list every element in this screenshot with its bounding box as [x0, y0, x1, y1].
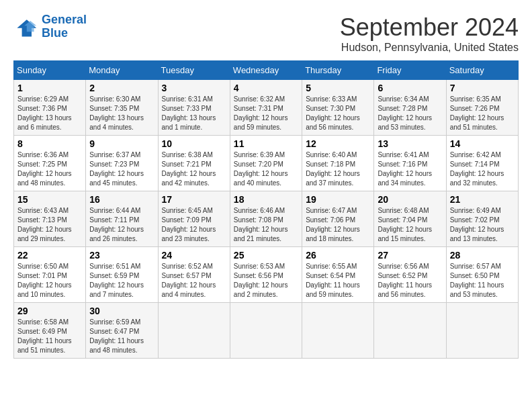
day-info: Sunrise: 6:32 AM Sunset: 7:31 PM Dayligh… — [234, 95, 298, 132]
day-number: 24 — [162, 250, 226, 261]
day-number: 25 — [234, 250, 298, 261]
day-cell: 15Sunrise: 6:43 AM Sunset: 7:13 PM Dayli… — [14, 191, 86, 247]
header-friday: Friday — [374, 61, 446, 80]
day-number: 26 — [306, 250, 370, 261]
day-info: Sunrise: 6:37 AM Sunset: 7:23 PM Dayligh… — [89, 150, 154, 188]
day-info: Sunrise: 6:58 AM Sunset: 6:49 PM Dayligh… — [17, 318, 82, 355]
day-cell: 6Sunrise: 6:34 AM Sunset: 7:28 PM Daylig… — [374, 80, 446, 136]
day-info: Sunrise: 6:30 AM Sunset: 7:35 PM Dayligh… — [89, 95, 154, 132]
day-cell: 12Sunrise: 6:40 AM Sunset: 7:18 PM Dayli… — [302, 136, 374, 191]
day-info: Sunrise: 6:31 AM Sunset: 7:33 PM Dayligh… — [162, 95, 226, 132]
day-info: Sunrise: 6:42 AM Sunset: 7:14 PM Dayligh… — [450, 150, 515, 188]
day-cell — [158, 303, 230, 359]
day-number: 11 — [234, 138, 298, 149]
day-cell: 22Sunrise: 6:50 AM Sunset: 7:01 PM Dayli… — [14, 247, 86, 303]
day-number: 6 — [378, 83, 442, 93]
day-number: 12 — [306, 138, 370, 149]
day-cell: 18Sunrise: 6:46 AM Sunset: 7:08 PM Dayli… — [230, 191, 302, 247]
day-number: 10 — [162, 138, 226, 149]
day-cell: 8Sunrise: 6:36 AM Sunset: 7:25 PM Daylig… — [14, 136, 86, 191]
day-number: 28 — [450, 250, 515, 261]
day-cell: 30Sunrise: 6:59 AM Sunset: 6:47 PM Dayli… — [86, 303, 158, 359]
day-number: 22 — [17, 250, 82, 261]
day-number: 13 — [378, 138, 442, 149]
day-number: 3 — [162, 83, 226, 93]
day-info: Sunrise: 6:43 AM Sunset: 7:13 PM Dayligh… — [17, 206, 82, 244]
day-number: 16 — [89, 194, 154, 205]
day-cell: 2Sunrise: 6:30 AM Sunset: 7:35 PM Daylig… — [86, 80, 158, 136]
week-row-2: 8Sunrise: 6:36 AM Sunset: 7:25 PM Daylig… — [14, 136, 519, 191]
logo-icon — [13, 15, 38, 39]
day-cell: 26Sunrise: 6:55 AM Sunset: 6:54 PM Dayli… — [302, 247, 374, 303]
header-monday: Monday — [86, 61, 158, 80]
day-number: 21 — [450, 194, 515, 205]
day-cell: 24Sunrise: 6:52 AM Sunset: 6:57 PM Dayli… — [158, 247, 230, 303]
day-info: Sunrise: 6:29 AM Sunset: 7:36 PM Dayligh… — [17, 95, 82, 132]
day-cell: 13Sunrise: 6:41 AM Sunset: 7:16 PM Dayli… — [374, 136, 446, 191]
day-number: 19 — [306, 194, 370, 205]
day-cell: 25Sunrise: 6:53 AM Sunset: 6:56 PM Dayli… — [230, 247, 302, 303]
day-cell: 20Sunrise: 6:48 AM Sunset: 7:04 PM Dayli… — [374, 191, 446, 247]
day-number: 17 — [162, 194, 226, 205]
day-cell: 7Sunrise: 6:35 AM Sunset: 7:26 PM Daylig… — [446, 80, 518, 136]
day-cell: 10Sunrise: 6:38 AM Sunset: 7:21 PM Dayli… — [158, 136, 230, 191]
day-info: Sunrise: 6:35 AM Sunset: 7:26 PM Dayligh… — [450, 95, 515, 132]
day-info: Sunrise: 6:33 AM Sunset: 7:30 PM Dayligh… — [306, 95, 370, 132]
day-number: 1 — [17, 83, 82, 93]
day-info: Sunrise: 6:55 AM Sunset: 6:54 PM Dayligh… — [306, 262, 370, 300]
day-info: Sunrise: 6:40 AM Sunset: 7:18 PM Dayligh… — [306, 150, 370, 188]
day-cell: 28Sunrise: 6:57 AM Sunset: 6:50 PM Dayli… — [446, 247, 518, 303]
day-number: 2 — [89, 83, 154, 93]
day-info: Sunrise: 6:36 AM Sunset: 7:25 PM Dayligh… — [17, 150, 82, 188]
day-cell — [230, 303, 302, 359]
day-cell: 21Sunrise: 6:49 AM Sunset: 7:02 PM Dayli… — [446, 191, 518, 247]
day-number: 8 — [17, 138, 82, 149]
day-cell: 4Sunrise: 6:32 AM Sunset: 7:31 PM Daylig… — [230, 80, 302, 136]
day-number: 5 — [306, 83, 370, 93]
day-number: 9 — [89, 138, 154, 149]
day-cell — [302, 303, 374, 359]
week-row-5: 29Sunrise: 6:58 AM Sunset: 6:49 PM Dayli… — [14, 303, 519, 359]
day-cell: 14Sunrise: 6:42 AM Sunset: 7:14 PM Dayli… — [446, 136, 518, 191]
logo: General Blue — [13, 13, 87, 40]
day-info: Sunrise: 6:47 AM Sunset: 7:06 PM Dayligh… — [306, 206, 370, 244]
day-info: Sunrise: 6:56 AM Sunset: 6:52 PM Dayligh… — [378, 262, 442, 300]
day-number: 4 — [234, 83, 298, 93]
day-info: Sunrise: 6:38 AM Sunset: 7:21 PM Dayligh… — [162, 150, 226, 188]
day-cell — [374, 303, 446, 359]
day-number: 18 — [234, 194, 298, 205]
day-cell: 27Sunrise: 6:56 AM Sunset: 6:52 PM Dayli… — [374, 247, 446, 303]
day-cell: 19Sunrise: 6:47 AM Sunset: 7:06 PM Dayli… — [302, 191, 374, 247]
day-number: 29 — [17, 306, 82, 316]
day-info: Sunrise: 6:46 AM Sunset: 7:08 PM Dayligh… — [234, 206, 298, 244]
day-number: 15 — [17, 194, 82, 205]
day-cell: 11Sunrise: 6:39 AM Sunset: 7:20 PM Dayli… — [230, 136, 302, 191]
day-info: Sunrise: 6:52 AM Sunset: 6:57 PM Dayligh… — [162, 262, 226, 300]
day-cell: 17Sunrise: 6:45 AM Sunset: 7:09 PM Dayli… — [158, 191, 230, 247]
day-cell: 9Sunrise: 6:37 AM Sunset: 7:23 PM Daylig… — [86, 136, 158, 191]
day-info: Sunrise: 6:44 AM Sunset: 7:11 PM Dayligh… — [89, 206, 154, 244]
calendar-subtitle: Hudson, Pennsylvania, United States — [340, 42, 519, 54]
day-number: 14 — [450, 138, 515, 149]
day-number: 7 — [450, 83, 515, 93]
day-cell: 23Sunrise: 6:51 AM Sunset: 6:59 PM Dayli… — [86, 247, 158, 303]
day-cell: 1Sunrise: 6:29 AM Sunset: 7:36 PM Daylig… — [14, 80, 86, 136]
day-info: Sunrise: 6:48 AM Sunset: 7:04 PM Dayligh… — [378, 206, 442, 244]
day-info: Sunrise: 6:59 AM Sunset: 6:47 PM Dayligh… — [89, 318, 154, 355]
week-row-1: 1Sunrise: 6:29 AM Sunset: 7:36 PM Daylig… — [14, 80, 519, 136]
day-cell: 3Sunrise: 6:31 AM Sunset: 7:33 PM Daylig… — [158, 80, 230, 136]
day-info: Sunrise: 6:39 AM Sunset: 7:20 PM Dayligh… — [234, 150, 298, 188]
day-info: Sunrise: 6:45 AM Sunset: 7:09 PM Dayligh… — [162, 206, 226, 244]
day-number: 30 — [89, 306, 154, 316]
day-number: 20 — [378, 194, 442, 205]
page-header: General Blue September 2024 Hudson, Penn… — [13, 13, 519, 54]
day-info: Sunrise: 6:53 AM Sunset: 6:56 PM Dayligh… — [234, 262, 298, 300]
header-saturday: Saturday — [446, 61, 518, 80]
day-cell: 16Sunrise: 6:44 AM Sunset: 7:11 PM Dayli… — [86, 191, 158, 247]
title-area: September 2024 Hudson, Pennsylvania, Uni… — [340, 13, 519, 54]
header-thursday: Thursday — [302, 61, 374, 80]
week-row-3: 15Sunrise: 6:43 AM Sunset: 7:13 PM Dayli… — [14, 191, 519, 247]
header-sunday: Sunday — [14, 61, 86, 80]
header-wednesday: Wednesday — [230, 61, 302, 80]
header-tuesday: Tuesday — [158, 61, 230, 80]
